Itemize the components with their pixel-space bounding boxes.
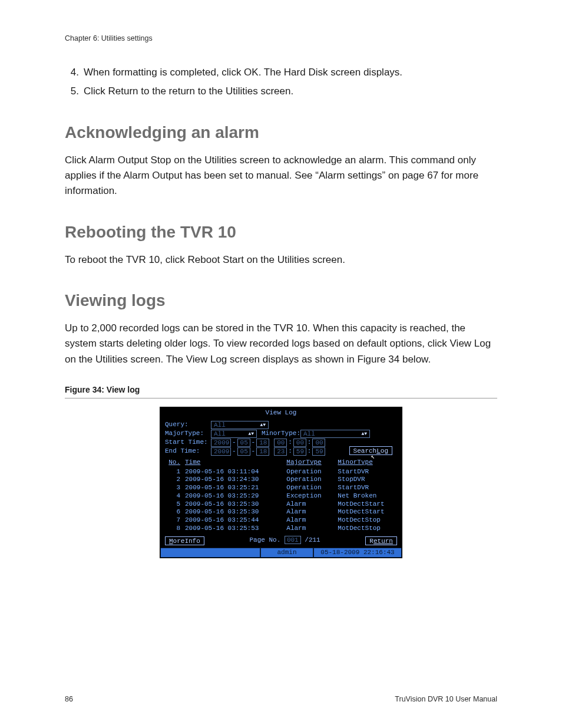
table-row[interactable]: 52009-05-16 03:25:30AlarmMotDectStart [160,500,402,509]
cell-minortype: StartDVR [335,468,402,476]
paragraph: To reboot the TVR 10, click Reboot Start… [65,252,497,268]
cell-minortype: MotDectStart [335,508,402,516]
page-footer: 86 TruVision DVR 10 User Manual [65,695,497,703]
heading-rebooting: Rebooting the TVR 10 [65,223,497,242]
cell-no: 3 [160,484,183,492]
dvr-statusbar: admin 05-18-2009 22:16:43 [160,548,402,558]
pager: Page No. 001 /211 [249,536,320,545]
cell-time: 2009-05-16 03:25:29 [183,492,284,500]
step-number: 4. [65,65,84,80]
col-majortype: MajorType [284,457,335,468]
return-button[interactable]: Return [365,536,397,545]
start-min-field[interactable]: 00 [293,439,306,447]
end-month-field[interactable]: 05 [237,447,250,456]
cell-no: 2 [160,476,183,484]
figure-caption: Figure 34: View log [65,385,497,398]
start-day-field[interactable]: 18 [256,439,269,447]
start-sec-field[interactable]: 00 [312,439,325,447]
label-query: Query: [165,421,211,429]
table-row[interactable]: 72009-05-16 03:25:44AlarmMotDectStop [160,516,402,525]
table-row[interactable]: 82009-05-16 03:25:53AlarmMotDectStop [160,525,402,533]
label-starttime: Start Time: [165,439,211,447]
cell-time: 2009-05-16 03:11:04 [183,468,284,476]
cell-majortype: Exception [284,492,335,500]
cell-no: 8 [160,525,183,533]
table-row[interactable]: 32009-05-16 03:25:21OperationStartDVR [160,484,402,492]
chevron-updown-icon: ▲▼ [260,421,266,429]
start-month-field[interactable]: 05 [237,439,250,447]
end-year-field[interactable]: 2009 [211,447,231,456]
manual-title: TruVision DVR 10 User Manual [395,695,497,703]
cell-minortype: StopDVR [335,476,402,484]
table-row[interactable]: 12009-05-16 03:11:04OperationStartDVR [160,468,402,476]
page-number-field[interactable]: 001 [285,536,301,544]
cell-majortype: Alarm [284,525,335,533]
figure-screenshot: View Log Query: All ▲▼ MajorType: All ▲▼… [65,407,497,558]
end-day-field[interactable]: 18 [256,447,269,456]
log-table: No. Time MajorType MinorType 12009-05-16… [160,457,402,533]
step-text: When formatting is completed, click OK. … [84,65,497,80]
majortype-value: All [214,430,226,438]
dvr-bottom-bar: MoreInfo Page No. 001 /211 Return [160,533,402,548]
minortype-select[interactable]: All ▲▼ [300,430,370,438]
chevron-updown-icon: ▲▼ [361,430,367,438]
cell-majortype: Alarm [284,516,335,525]
step-number: 5. [65,84,84,99]
cell-minortype: MotDectStop [335,516,402,525]
moreinfo-button[interactable]: MoreInfo [165,536,204,545]
chevron-updown-icon: ▲▼ [248,430,254,438]
cell-minortype: MotDectStop [335,525,402,533]
minortype-value: All [303,430,315,438]
cell-time: 2009-05-16 03:25:44 [183,516,284,525]
table-row[interactable]: 22009-05-16 03:24:30OperationStopDVR [160,476,402,484]
cell-time: 2009-05-16 03:25:30 [183,500,284,509]
cell-time: 2009-05-16 03:25:21 [183,484,284,492]
document-page: Chapter 6: Utilities settings 4. When fo… [0,0,562,728]
numbered-steps: 4. When formatting is completed, click O… [65,65,497,100]
cell-minortype: StartDVR [335,484,402,492]
start-hour-field[interactable]: 00 [274,439,287,447]
cell-time: 2009-05-16 03:24:30 [183,476,284,484]
end-hour-field[interactable]: 23 [274,447,287,456]
cell-majortype: Operation [284,468,335,476]
step-item: 5. Click Return to the return to the Uti… [65,84,497,99]
heading-viewing-logs: Viewing logs [65,291,497,310]
cell-no: 1 [160,468,183,476]
cell-majortype: Alarm [284,500,335,509]
dvr-viewlog-window: View Log Query: All ▲▼ MajorType: All ▲▼… [160,407,402,558]
cell-time: 2009-05-16 03:25:30 [183,508,284,516]
page-number: 86 [65,695,73,703]
cell-time: 2009-05-16 03:25:53 [183,525,284,533]
cell-no: 6 [160,508,183,516]
query-select[interactable]: All ▲▼ [211,421,269,429]
cell-no: 4 [160,492,183,500]
start-year-field[interactable]: 2009 [211,439,231,447]
majortype-select[interactable]: All ▲▼ [211,430,257,438]
dvr-query-form: Query: All ▲▼ MajorType: All ▲▼ MinorTyp… [160,419,402,457]
col-no: No. [160,457,183,468]
table-row[interactable]: 42009-05-16 03:25:29ExceptionNet Broken [160,492,402,500]
paragraph: Up to 2,000 recorded logs can be stored … [65,321,497,367]
dvr-title: View Log [160,407,402,419]
col-time: Time [183,457,284,468]
cell-minortype: MotDectStart [335,500,402,509]
searchlog-button[interactable]: SearchLog [349,446,392,455]
table-row[interactable]: 62009-05-16 03:25:30AlarmMotDectStart [160,508,402,516]
cell-minortype: Net Broken [335,492,402,500]
cell-no: 5 [160,500,183,509]
label-majortype: MajorType: [165,430,211,438]
label-endtime: End Time: [165,447,211,456]
step-text: Click Return to the return to the Utilit… [84,84,497,99]
running-head: Chapter 6: Utilities settings [65,34,497,42]
cell-majortype: Operation [284,484,335,492]
end-min-field[interactable]: 59 [293,447,306,456]
end-sec-field[interactable]: 59 [312,447,325,456]
cell-no: 7 [160,516,183,525]
status-user: admin [260,548,313,558]
heading-acknowledging-alarm: Acknowledging an alarm [65,123,497,142]
cell-majortype: Operation [284,476,335,484]
step-item: 4. When formatting is completed, click O… [65,65,497,80]
col-minortype: MinorType [335,457,402,468]
status-datetime: 05-18-2009 22:16:43 [313,548,402,558]
paragraph: Click Alarm Output Stop on the Utilities… [65,153,497,199]
